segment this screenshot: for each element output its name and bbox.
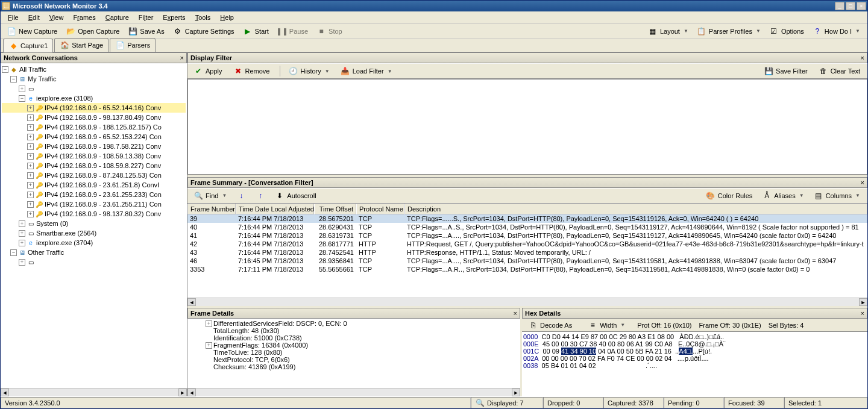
nav-up-button[interactable]: ↑	[252, 190, 269, 202]
table-row[interactable]: 397:16:44 PM 7/18/201328.5675201TCPTCP:F…	[187, 214, 867, 223]
hex-body[interactable]: 0000 C0 D0 44 14 E9 87 00 0C 29 80 A3 E1…	[522, 332, 867, 396]
open-capture-button[interactable]: 📂Open Capture	[62, 25, 123, 37]
aliases-button[interactable]: ÅAliases▼	[758, 190, 807, 202]
width-button[interactable]: ≡Width▼	[584, 319, 629, 331]
sidebar-scrollbar[interactable]: ◄►	[1, 388, 187, 396]
expander-icon[interactable]: +	[27, 172, 34, 179]
pause-button[interactable]: ❚❚Pause	[274, 25, 312, 37]
apply-button[interactable]: ✔Apply	[190, 65, 226, 77]
detail-line[interactable]: TotalLength: 48 (0x30)	[189, 327, 519, 334]
tab-startpage[interactable]: 🏠Start Page	[54, 38, 108, 52]
menu-capture[interactable]: Capture	[101, 13, 134, 22]
history-button[interactable]: 🕘History▼	[285, 65, 333, 77]
load-filter-button[interactable]: 📥Load Filter▼	[337, 65, 396, 77]
conversations-close-icon[interactable]: ×	[180, 54, 184, 61]
menu-filter[interactable]: Filter	[134, 13, 158, 22]
expander-icon[interactable]: +	[27, 182, 34, 189]
tree-item[interactable]: +▭Smartbar.exe (2564)	[2, 228, 186, 238]
table-row[interactable]: 437:16:44 PM 7/18/201328.7452541HTTPHTTP…	[187, 248, 867, 257]
expander-icon[interactable]: +	[27, 163, 34, 169]
close-button[interactable]: ×	[857, 2, 866, 10]
expander-icon[interactable]: +	[19, 240, 25, 246]
columns-button[interactable]: ▤Columns▼	[810, 190, 864, 202]
hex-line[interactable]: 0038 05 B4 01 01 04 02 .´....	[523, 362, 866, 369]
tree-item[interactable]: +🔑IPv4 (192.168.0.9 - 23.61.255.233) Con	[2, 190, 186, 199]
expander-icon[interactable]: +	[27, 153, 34, 160]
tree-item[interactable]: +▭	[2, 84, 186, 93]
start-button[interactable]: ▶Start	[239, 25, 272, 37]
detail-line[interactable]: Identification: 51000 (0xC738)	[189, 334, 519, 342]
col-protocol[interactable]: Protocol Name	[356, 204, 404, 214]
tree-item[interactable]: +▭System (0)	[2, 219, 186, 228]
detail-line[interactable]: NextProtocol: TCP, 6(0x6)	[189, 356, 519, 363]
menu-view[interactable]: View	[45, 13, 69, 22]
options-button[interactable]: ☑Options	[766, 25, 808, 37]
table-row[interactable]: 417:16:44 PM 7/18/201328.6319731TCPTCP:F…	[187, 231, 867, 240]
expander-icon[interactable]: +	[206, 320, 212, 327]
col-frame-number[interactable]: Frame Number	[187, 204, 236, 214]
tree-item[interactable]: +🔑IPv4 (192.168.0.9 - 108.59.8.227) Conv	[2, 161, 186, 170]
tree-item[interactable]: +🔑IPv4 (192.168.0.9 - 65.52.153.224) Con	[2, 132, 186, 142]
menu-frames[interactable]: Frames	[68, 13, 100, 22]
hex-line[interactable]: 002A 00 00 00 00 70 02 FA F0 74 CE 00 00…	[523, 355, 866, 362]
hex-line[interactable]: 001C 00 09 41 34 90 10 04 0A 00 50 5B FA…	[523, 348, 866, 355]
filter-input[interactable]	[187, 79, 867, 175]
expander-icon[interactable]: −	[10, 76, 17, 83]
tree-item[interactable]: −eiexplore.exe (3108)	[2, 93, 186, 103]
col-description[interactable]: Description	[404, 204, 867, 214]
grid-scrollbar[interactable]: ◄►	[187, 298, 867, 306]
tree-item[interactable]: +🔑IPv4 (192.168.0.9 - 108.59.13.38) Conv	[2, 151, 186, 161]
clear-text-button[interactable]: 🗑Clear Text	[815, 65, 864, 77]
tree-item[interactable]: +eiexplore.exe (3704)	[2, 238, 186, 248]
save-as-button[interactable]: 💾Save As	[124, 25, 168, 37]
find-button[interactable]: 🔍Find▼	[190, 190, 230, 202]
hex-line[interactable]: 0000 C0 D0 44 14 E9 87 00 0C 29 80 A3 E1…	[523, 333, 866, 340]
table-row[interactable]: 33537:17:11 PM 7/18/201355.5655661TCPTCP…	[187, 265, 867, 273]
autoscroll-button[interactable]: ⬇Autoscroll	[271, 190, 319, 202]
expander-icon[interactable]: +	[27, 114, 34, 121]
minimize-button[interactable]: _	[835, 2, 844, 10]
tree-item[interactable]: +🔑IPv4 (192.168.0.9 - 98.137.80.49) Conv	[2, 113, 186, 122]
expander-icon[interactable]: +	[19, 230, 25, 237]
tree-item[interactable]: −🖥Other Traffic	[2, 248, 186, 257]
hex-line[interactable]: 000E 45 00 00 30 C7 38 40 00 80 06 A1 99…	[523, 340, 866, 348]
howdoi-button[interactable]: ?How Do I▼	[809, 25, 864, 37]
expander-icon[interactable]: +	[27, 105, 34, 111]
details-scrollbar[interactable]: ◄►	[187, 388, 520, 396]
menu-tools[interactable]: Tools	[190, 13, 216, 22]
expander-icon[interactable]: +	[27, 124, 34, 131]
tree-item[interactable]: +🔑IPv4 (192.168.0.9 - 23.61.251.8) ConvI	[2, 180, 186, 190]
tree-item[interactable]: +🔑IPv4 (192.168.0.9 - 23.61.255.211) Con	[2, 199, 186, 209]
conversations-tree[interactable]: −◆All Traffic−🖥My Traffic+▭−eiexplore.ex…	[1, 63, 187, 388]
layout-button[interactable]: ▦Layout▼	[644, 25, 692, 37]
expander-icon[interactable]: −	[10, 249, 17, 256]
expander-icon[interactable]: +	[206, 342, 212, 349]
tree-item[interactable]: +🔑IPv4 (192.168.0.9 - 188.125.82.157) Co	[2, 122, 186, 132]
col-time-date[interactable]: Time Date Local Adjusted	[236, 204, 314, 214]
table-row[interactable]: 407:16:44 PM 7/18/201328.6290431TCPTCP:F…	[187, 223, 867, 231]
stop-button[interactable]: ■Stop	[313, 25, 346, 37]
expander-icon[interactable]: +	[27, 211, 34, 217]
tree-item[interactable]: −◆All Traffic	[2, 64, 186, 74]
frame-summary-close-icon[interactable]: ×	[861, 179, 864, 186]
frame-grid[interactable]: Frame Number Time Date Local Adjusted Ti…	[187, 204, 867, 298]
expander-icon[interactable]: −	[19, 95, 25, 102]
tab-capture1[interactable]: ◆Capture1	[3, 39, 53, 52]
tree-item[interactable]: −🖥My Traffic	[2, 74, 186, 84]
col-time-offset[interactable]: Time Offset	[314, 204, 356, 214]
expander-icon[interactable]: +	[27, 134, 34, 140]
menu-file[interactable]: File	[3, 13, 24, 22]
menu-help[interactable]: Help	[215, 13, 239, 22]
detail-line[interactable]: TimeToLive: 128 (0x80)	[189, 349, 519, 356]
color-rules-button[interactable]: 🎨Color Rules	[702, 190, 756, 202]
expander-icon[interactable]: +	[27, 201, 34, 208]
tab-parsers[interactable]: 📄Parsers	[110, 38, 156, 52]
expander-icon[interactable]: −	[2, 66, 8, 73]
capture-settings-button[interactable]: ⚙Capture Settings	[169, 25, 238, 37]
hex-close-icon[interactable]: ×	[861, 310, 864, 317]
table-row[interactable]: 467:16:45 PM 7/18/201328.9356841TCPTCP:F…	[187, 257, 867, 265]
expander-icon[interactable]: +	[19, 259, 25, 266]
tree-item[interactable]: +🔑IPv4 (192.168.0.9 - 198.7.58.221) Conv	[2, 142, 186, 151]
maximize-button[interactable]: □	[846, 2, 855, 10]
tree-item[interactable]: +▭	[2, 257, 186, 267]
